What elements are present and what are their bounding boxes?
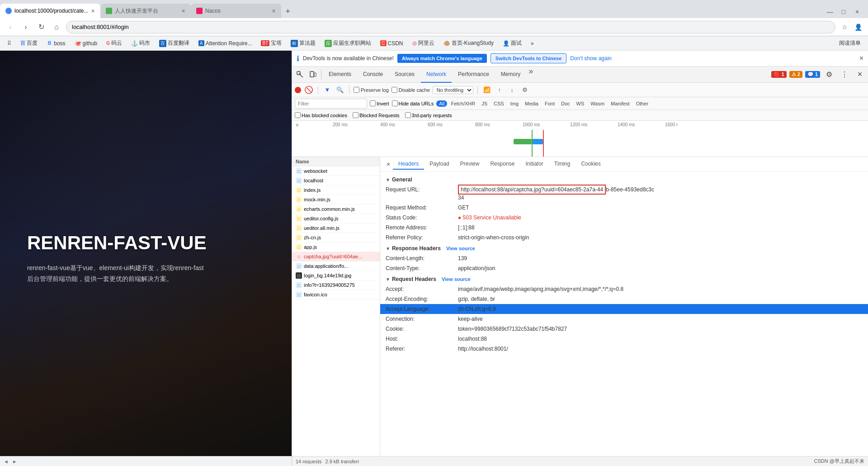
devtools-close-button[interactable]: × — [854, 68, 866, 81]
file-item-captcha[interactable]: □ captcha.jpg?uuid=604ae... — [292, 252, 380, 262]
tab-elements[interactable]: Elements — [323, 67, 357, 83]
bookmark-csdn[interactable]: C CSDN — [377, 39, 406, 48]
invert-checkbox[interactable]: Invert — [370, 100, 389, 106]
file-item-indexjs[interactable]: □ index.js — [292, 185, 380, 195]
third-party-checkbox[interactable]: 3rd-party requests — [405, 112, 452, 118]
tab-network[interactable]: Network — [421, 67, 452, 83]
download-icon[interactable]: ↓ — [507, 85, 517, 95]
search-network-button[interactable]: 🔍 — [335, 85, 345, 95]
filter-doc-button[interactable]: Doc — [558, 100, 573, 107]
device-toggle-button[interactable] — [307, 68, 319, 81]
record-button[interactable] — [295, 87, 301, 93]
bookmark-kuangstudy[interactable]: 🐵 首页-KuangStudy — [440, 38, 497, 48]
disable-cache-checkbox[interactable]: Disable cache — [392, 87, 430, 93]
file-item-data-app[interactable]: □ data:application/fo... — [292, 262, 380, 271]
file-item-mockminjs[interactable]: □ mock-min.js — [292, 195, 380, 204]
preserve-log-checkbox[interactable]: Preserve log — [354, 87, 389, 93]
tab-performance[interactable]: Performance — [453, 67, 495, 83]
file-item-localhost[interactable]: □ localhost — [292, 176, 380, 185]
bookmark-myyun[interactable]: G 码云 — [103, 38, 126, 48]
tab-inactive-2[interactable]: Nacos × — [191, 4, 281, 18]
detail-tab-cookies[interactable]: Cookies — [576, 159, 606, 170]
general-section-title[interactable]: ▼ General — [386, 174, 863, 185]
maximize-button[interactable]: □ — [837, 5, 850, 18]
minimize-button[interactable]: — — [824, 5, 836, 18]
new-tab-button[interactable]: + — [281, 5, 295, 18]
bookmark-attention[interactable]: A Attention Require... — [195, 39, 255, 48]
filter-media-button[interactable]: Media — [522, 100, 541, 107]
response-headers-section-title[interactable]: ▼ Response Headers View source — [386, 243, 863, 253]
detail-tab-initiator[interactable]: Initiator — [520, 159, 548, 170]
file-item-ueditor-config[interactable]: □ ueditor.config.js — [292, 214, 380, 223]
devtools-settings-button[interactable]: ⚙ — [823, 68, 835, 81]
has-blocked-checkbox[interactable]: Has blocked cookies — [295, 112, 347, 118]
devtools-more-button[interactable]: ⋮ — [838, 68, 851, 81]
inspect-element-button[interactable] — [294, 68, 307, 81]
filter-font-button[interactable]: Font — [542, 100, 557, 107]
reading-mode-button[interactable]: 阅读清单 — [835, 38, 864, 48]
close-window-button[interactable]: × — [851, 5, 863, 18]
tab-memory[interactable]: Memory — [495, 67, 526, 83]
request-headers-view-source[interactable]: View source — [442, 276, 471, 282]
dont-show-again-link[interactable]: Don't show again — [570, 55, 612, 62]
more-tabs-button[interactable]: » — [527, 67, 535, 83]
bookmark-github[interactable]: 🐙 github — [71, 39, 101, 48]
forward-button[interactable]: › — [20, 21, 32, 33]
bookmark-algorithm[interactable]: 标 算法题 — [287, 38, 319, 48]
filter-js-button[interactable]: JS — [479, 100, 490, 107]
request-headers-section-title[interactable]: ▼ Request Headers View source — [386, 273, 863, 284]
bookmark-baidu[interactable]: 百 百度 — [17, 38, 41, 48]
bookmark-more[interactable]: » — [527, 39, 538, 48]
throttle-select[interactable]: No throttling — [433, 86, 473, 94]
filter-button[interactable]: ▼ — [322, 85, 332, 95]
url-input[interactable] — [66, 21, 835, 33]
filter-wasm-button[interactable]: Wasm — [588, 100, 607, 107]
upload-icon[interactable]: ↑ — [495, 85, 505, 95]
tab-console[interactable]: Console — [358, 67, 388, 83]
filter-ws-button[interactable]: WS — [574, 100, 587, 107]
bookmark-apps[interactable]: ⠿ — [4, 39, 15, 48]
notification-close-button[interactable]: × — [859, 54, 863, 62]
network-settings-icon[interactable]: ⚙ — [520, 85, 530, 95]
filter-all-button[interactable]: All — [436, 100, 447, 107]
filter-manifest-button[interactable]: Manifest — [608, 100, 632, 107]
filter-img-button[interactable]: Img — [508, 100, 521, 107]
bookmark-baota[interactable]: BT 宝塔 — [257, 38, 285, 48]
scroll-left-icon[interactable]: ◄ — [4, 459, 9, 464]
filter-other-button[interactable]: Other — [633, 100, 651, 107]
detail-tab-payload[interactable]: Payload — [424, 159, 454, 170]
blocked-requests-checkbox[interactable]: Blocked Requests — [353, 112, 400, 118]
detail-close-button[interactable]: × — [384, 160, 393, 169]
bookmark-interview[interactable]: 👤 面试 — [499, 38, 525, 48]
tab-inactive-1[interactable]: 人人快速开发平台 × — [100, 4, 191, 18]
tab-close-1[interactable]: × — [91, 8, 94, 14]
bookmark-boss[interactable]: B boss — [43, 39, 69, 48]
filter-input[interactable] — [295, 99, 367, 109]
home-button[interactable]: ⌂ — [51, 21, 62, 33]
tab-close-3[interactable]: × — [272, 8, 275, 14]
file-item-zhcnjs[interactable]: □ zh-cn.js — [292, 233, 380, 243]
detail-tab-preview[interactable]: Preview — [455, 159, 485, 170]
scroll-right-icon[interactable]: ► — [12, 459, 17, 464]
back-button[interactable]: ‹ — [5, 21, 16, 33]
file-item-favicon[interactable]: □ favicon.ico — [292, 290, 380, 300]
detail-tab-timing[interactable]: Timing — [549, 159, 576, 170]
hide-data-urls-checkbox[interactable]: Hide data URLs — [392, 100, 434, 106]
file-item-echarts[interactable]: □ echarts.common.min.js — [292, 204, 380, 214]
bookmark-job[interactable]: 应 应届生求职网站 — [321, 38, 375, 48]
reload-button[interactable]: ↻ — [35, 21, 47, 33]
file-item-info[interactable]: □ info?t=1639294005275 — [292, 281, 380, 290]
bookmark-mashi[interactable]: ⚓ 码市 — [127, 38, 154, 48]
file-item-login-bg[interactable]: □ login_bg.144e19d.jpg — [292, 271, 380, 281]
switch-chinese-button[interactable]: Switch DevTools to Chinese — [491, 53, 567, 63]
detail-tab-headers[interactable]: Headers — [393, 159, 424, 170]
file-item-ueditor-all[interactable]: □ ueditor.all.min.js — [292, 223, 380, 233]
filter-css-button[interactable]: CSS — [491, 100, 507, 107]
clear-button[interactable]: 🚫 — [304, 85, 314, 95]
bookmark-translate[interactable]: 百 百度翻译 — [156, 38, 193, 48]
profile-icon[interactable]: 👤 — [853, 22, 863, 33]
match-language-button[interactable]: Always match Chrome's language — [397, 54, 487, 63]
file-item-appjs[interactable]: □ app.js — [292, 243, 380, 252]
bookmark-star-icon[interactable]: ☆ — [839, 22, 850, 33]
file-item-websocket[interactable]: □ websocket — [292, 166, 380, 176]
